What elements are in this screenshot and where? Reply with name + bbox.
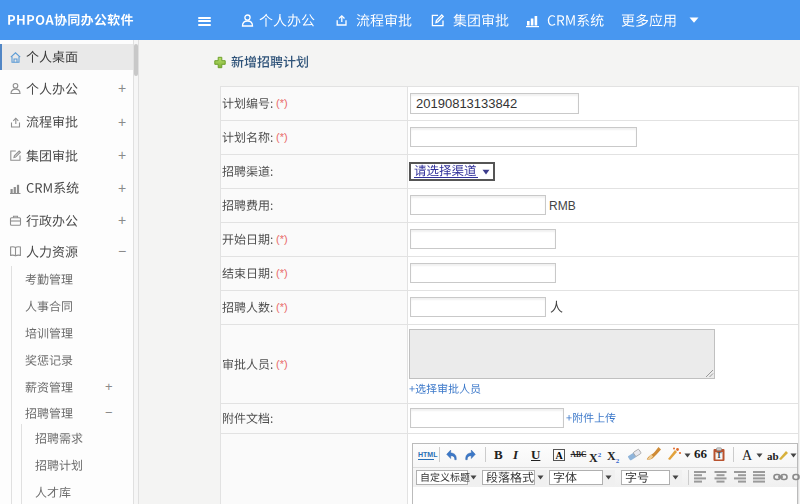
svg-text:T: T	[716, 451, 721, 460]
